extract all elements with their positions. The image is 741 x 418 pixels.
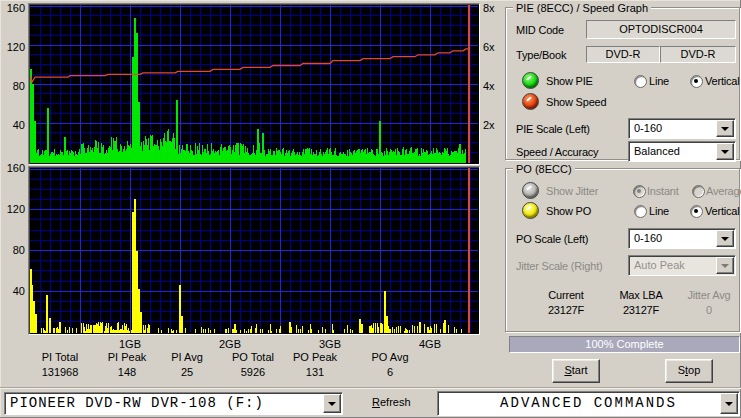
chevron-down-icon	[716, 257, 734, 274]
progress-bar: 100% Complete	[509, 336, 740, 353]
chevron-down-icon[interactable]	[323, 394, 341, 413]
jitter-average-label: Average	[706, 185, 741, 197]
show-po-label: Show PO	[546, 205, 591, 217]
po-scale-label: PO Scale (Left)	[516, 233, 588, 245]
start-button[interactable]: Start	[552, 359, 600, 383]
current-value: 23127F	[536, 304, 596, 316]
book-value: DVD-R	[660, 46, 736, 63]
pie-y-tick-160: 160	[0, 2, 25, 14]
chevron-down-icon[interactable]	[720, 393, 738, 414]
max-lba-value: 23127F	[610, 304, 672, 316]
jitter-scale-label: Jitter Scale (Right)	[516, 260, 602, 272]
app-window: 160 120 80 40 8x 6x 4x 2x 160 120 80 40 …	[0, 0, 741, 418]
show-pie-label: Show PIE	[546, 75, 593, 87]
jitter-average-radio	[692, 185, 705, 198]
advanced-commands-value: ADVANCED COMMANDS	[438, 392, 739, 411]
type-book-label: Type/Book	[516, 49, 566, 61]
advanced-commands-select[interactable]: ADVANCED COMMANDS	[437, 391, 740, 416]
max-lba-label: Max LBA	[610, 289, 672, 301]
x-axis-label-3gb: 3GB	[308, 338, 352, 350]
po-y-tick-160: 160	[0, 162, 25, 174]
pie-y-tick-120: 120	[0, 41, 25, 53]
mid-code-label: MID Code	[516, 24, 564, 36]
stop-button[interactable]: Stop	[665, 359, 713, 383]
type-value: DVD-R	[586, 46, 660, 63]
jitter-scale-select: Auto Peak	[628, 255, 736, 276]
show-speed-led-button[interactable]	[522, 93, 539, 110]
po-y-tick-80: 80	[0, 244, 25, 256]
stat-value: 6	[350, 366, 430, 378]
po-line-radio[interactable]	[634, 205, 647, 218]
chevron-down-icon[interactable]	[716, 230, 734, 247]
stat-po-peak: PO Peak 131	[275, 351, 355, 378]
pie-line-radio[interactable]	[634, 75, 647, 88]
pie-group-title: PIE (8ECC) / Speed Graph	[513, 2, 651, 14]
bottom-divider	[0, 387, 741, 389]
drive-select-value: PIONEER DVD-RW DVR-108 (F:)	[5, 393, 342, 411]
jitter-instant-radio	[633, 185, 646, 198]
stat-value: 131	[275, 366, 355, 378]
chevron-down-icon[interactable]	[716, 143, 734, 160]
mid-code-value: OPTODISCR004	[586, 20, 736, 39]
progress-text: 100% Complete	[510, 337, 739, 352]
pie-y-tick-80: 80	[0, 80, 25, 92]
po-y-tick-120: 120	[0, 203, 25, 215]
pie-speed-group: PIE (8ECC) / Speed Graph MID Code OPTODI…	[505, 7, 740, 160]
current-label: Current	[536, 289, 596, 301]
x-axis-label-4gb: 4GB	[408, 338, 452, 350]
po-y-tick-40: 40	[0, 285, 25, 297]
refresh-button[interactable]: Refresh	[372, 396, 411, 408]
pie-scale-select[interactable]: 0-160	[628, 118, 736, 139]
po-vertical-radio[interactable]	[690, 205, 703, 218]
jitter-instant-label: Instant	[647, 185, 679, 197]
pie-vertical-label: Vertical	[705, 75, 739, 87]
x-axis-label-2gb: 2GB	[208, 338, 252, 350]
show-jitter-label: Show Jitter	[546, 185, 598, 197]
stat-label: PO Peak	[275, 351, 355, 363]
jitter-avg-value: 0	[680, 304, 738, 316]
show-jitter-led-button	[522, 182, 539, 199]
chevron-down-icon[interactable]	[716, 120, 734, 137]
pie-vertical-radio[interactable]	[690, 75, 703, 88]
po-group: PO (8ECC) Show Jitter Instant Average Sh…	[505, 168, 740, 332]
po-group-title: PO (8ECC)	[513, 163, 575, 175]
jitter-avg-label: Jitter Avg	[680, 289, 738, 301]
stat-label: PO Avg	[350, 351, 430, 363]
drive-select[interactable]: PIONEER DVD-RW DVR-108 (F:)	[4, 392, 343, 415]
pie-y-tick-40: 40	[0, 119, 25, 131]
po-vertical-label: Vertical	[705, 205, 739, 217]
po-scale-select[interactable]: 0-160	[628, 228, 736, 249]
speed-accuracy-label: Speed / Accuracy	[516, 146, 598, 158]
show-pie-led-button[interactable]	[522, 72, 539, 89]
show-po-led-button[interactable]	[522, 202, 539, 219]
pie-line-label: Line	[649, 75, 669, 87]
po-chart	[28, 166, 480, 335]
po-line-label: Line	[649, 205, 669, 217]
pie-scale-label: PIE Scale (Left)	[516, 123, 590, 135]
show-speed-label: Show Speed	[546, 96, 606, 108]
speed-accuracy-select[interactable]: Balanced	[628, 141, 736, 162]
stat-po-avg: PO Avg 6	[350, 351, 430, 378]
x-axis-label-1gb: 1GB	[108, 338, 152, 350]
pie-speed-chart	[28, 3, 480, 165]
